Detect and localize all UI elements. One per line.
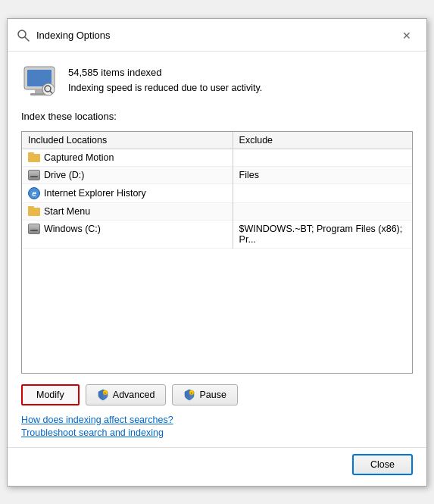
main-content: 54,585 items indexed Indexing speed is r… [8,52,426,447]
folder-icon [28,152,40,162]
ie-icon [28,187,40,199]
title-bar: Indexing Options ✕ [8,19,426,52]
exclude-cell: Files [233,166,412,183]
window-icon [17,29,30,42]
folder-icon [28,206,40,216]
indexing-options-window: Indexing Options ✕ 54,585 items indexed [7,18,427,487]
index-locations-label: Index these locations: [21,111,413,122]
buttons-row: Modify ★ Advanced ★ Pause [21,384,413,405]
col-exclude-header: Exclude [233,132,412,149]
pause-button[interactable]: ★ Pause [172,384,237,405]
window-close-button[interactable]: ✕ [396,25,417,46]
location-cell: Captured Motion [22,149,233,166]
info-text: 54,585 items indexed Indexing speed is r… [68,64,262,93]
exclude-cell [233,202,412,220]
title-bar-left: Indexing Options [17,29,111,42]
hdd-icon [21,64,58,100]
exclude-cell [233,183,412,202]
svg-text:★: ★ [104,391,107,395]
shield-icon-pause: ★ [183,389,195,401]
table-row: Drive (D:)Files [22,166,412,183]
location-cell: Windows (C:) [22,220,233,248]
location-cell: Drive (D:) [22,166,233,183]
location-item: Windows (C:) [28,224,226,234]
location-item: Captured Motion [28,152,226,163]
table-row: Windows (C:)$WINDOWS.~BT; Program Files … [22,220,412,248]
top-info-section: 54,585 items indexed Indexing speed is r… [21,64,413,100]
advanced-button[interactable]: ★ Advanced [86,384,167,405]
footer-row: Close [8,447,426,486]
close-button[interactable]: Close [352,454,413,475]
speed-warning-label: Indexing speed is reduced due to user ac… [68,83,262,93]
table-header-row: Included Locations Exclude [22,132,412,149]
location-cell: Start Menu [22,202,233,220]
location-item: Start Menu [28,206,226,217]
window-title: Indexing Options [36,30,111,41]
advanced-button-label: Advanced [113,390,155,400]
location-name: Windows (C:) [44,224,101,234]
location-name: Start Menu [44,206,90,217]
svg-text:★: ★ [190,391,193,395]
svg-line-1 [25,37,29,41]
exclude-cell: $WINDOWS.~BT; Program Files (x86); Pr... [233,220,412,248]
pause-button-label: Pause [199,390,226,400]
location-name: Internet Explorer History [44,188,146,199]
location-name: Captured Motion [44,152,114,163]
table-row: Start Menu [22,202,412,220]
modify-button[interactable]: Modify [21,384,80,405]
table-row: Internet Explorer History [22,183,412,202]
locations-table-container[interactable]: Included Locations Exclude Captured Moti… [21,131,413,374]
locations-table: Included Locations Exclude Captured Moti… [22,132,412,249]
items-indexed-label: 54,585 items indexed [68,67,262,78]
col-included-header: Included Locations [22,132,233,149]
table-row: Captured Motion [22,149,412,166]
drive-icon [28,170,40,180]
troubleshoot-link[interactable]: Troubleshoot search and indexing [21,427,413,438]
exclude-cell [233,149,412,166]
location-cell: Internet Explorer History [22,183,233,202]
location-name: Drive (D:) [44,170,84,180]
location-item: Internet Explorer History [28,187,226,199]
links-section: How does indexing affect searches? Troub… [21,415,413,438]
location-item: Drive (D:) [28,170,226,180]
how-does-indexing-link[interactable]: How does indexing affect searches? [21,415,413,425]
shield-icon-advanced: ★ [97,389,109,401]
drive-icon [28,224,40,234]
